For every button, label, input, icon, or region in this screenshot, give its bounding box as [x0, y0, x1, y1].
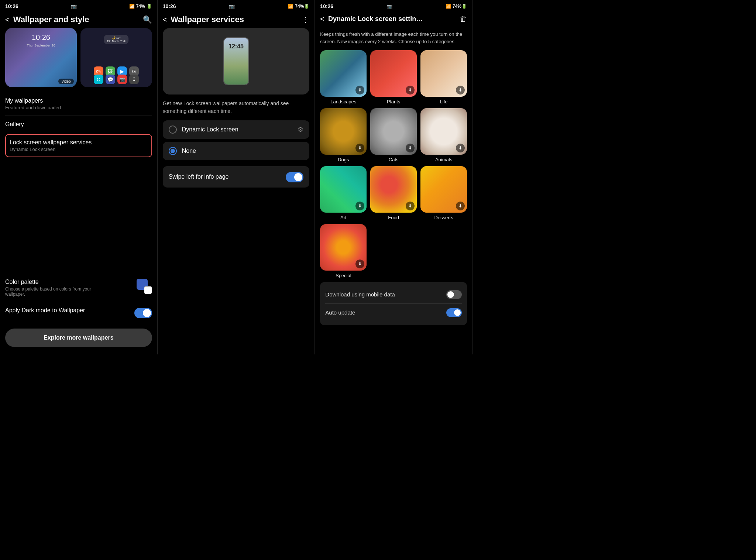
- plants-dl-badge: ⬇: [406, 86, 415, 95]
- category-animals[interactable]: ⬇ Animals: [420, 108, 467, 162]
- weather-loc: 19° North York: [107, 39, 126, 43]
- none-option[interactable]: None: [163, 142, 310, 160]
- app-icons-row2: C 💬 📷 ⠿: [94, 75, 139, 84]
- auto-update-label: Auto update: [325, 309, 355, 316]
- panel-wallpaper-style: 10:26 📷 📶 74% 🔋 < Wallpaper and style 🔍 …: [0, 0, 158, 354]
- mockup-time: 12:45: [228, 43, 244, 50]
- category-cats[interactable]: ⬇ Cats: [370, 108, 417, 162]
- page-title-1: Wallpaper and style: [13, 15, 139, 24]
- back-button-1[interactable]: <: [5, 16, 10, 24]
- color-palette-sub: Choose a palette based on colors from yo…: [5, 286, 101, 297]
- dynamic-lock-screen-option[interactable]: Dynamic Lock screen ⚙: [163, 120, 310, 139]
- cats-thumb: ⬇: [370, 108, 417, 155]
- food-label: Food: [388, 215, 399, 220]
- share-icon-3[interactable]: 🗑: [460, 15, 467, 23]
- dark-mode-info: Apply Dark mode to Wallpaper: [5, 307, 85, 314]
- special-label: Special: [336, 273, 351, 278]
- explore-wallpapers-button[interactable]: Explore more wallpapers: [5, 329, 152, 347]
- dynamic-lock-description: Keeps things fresh with a different imag…: [315, 27, 472, 50]
- wifi-icon-2: 📶: [288, 4, 293, 9]
- top-bar-3: < Dynamic Lock screen settin… 🗑: [315, 12, 472, 27]
- desserts-label: Desserts: [434, 215, 453, 220]
- swipe-toggle[interactable]: [286, 172, 303, 182]
- gallery-item[interactable]: Gallery: [5, 116, 152, 133]
- status-bar-1: 10:26 📷 📶 74% 🔋: [0, 0, 157, 12]
- wifi-icon-3: 📶: [446, 4, 451, 9]
- page-title-2: Wallpaper services: [171, 15, 298, 24]
- search-icon-1[interactable]: 🔍: [143, 15, 152, 24]
- dynamic-lock-radio[interactable]: [169, 126, 177, 134]
- download-settings: Download using mobile data Auto update: [320, 282, 467, 325]
- life-dl-badge: ⬇: [456, 86, 465, 95]
- app-icon-contacts: C: [94, 75, 103, 84]
- home-screen-preview[interactable]: 🌙 19° 19° North York 🛍 🖼 ▶ G C 💬 📷 ⠿: [80, 28, 152, 87]
- my-wallpapers-title: My wallpapers: [5, 97, 152, 104]
- swipe-label: Swipe left for info page: [169, 174, 229, 180]
- special-dl-badge: ⬇: [355, 260, 364, 268]
- download-mobile-toggle[interactable]: [446, 290, 462, 299]
- dynamic-lock-gear-icon[interactable]: ⚙: [298, 126, 303, 134]
- landscapes-dl-badge: ⬇: [355, 86, 364, 95]
- time-2: 10:26: [163, 3, 176, 9]
- desserts-dl-badge: ⬇: [456, 202, 465, 210]
- category-landscapes[interactable]: ⬇ Landscapes: [320, 50, 367, 104]
- back-button-2[interactable]: <: [163, 16, 167, 24]
- dark-mode-toggle[interactable]: [134, 308, 152, 318]
- panel-dynamic-lock-settings: 10:26 📷 📶 74%🔋 < Dynamic Lock screen set…: [315, 0, 472, 354]
- category-special[interactable]: ⬇ Special: [320, 224, 367, 278]
- battery-2: 74%🔋: [295, 4, 309, 9]
- category-plants[interactable]: ⬇ Plants: [370, 50, 417, 104]
- top-bar-2: < Wallpaper services ⋮: [158, 12, 315, 28]
- color-palette-title: Color palette: [5, 279, 101, 285]
- my-wallpapers-item[interactable]: My wallpapers Featured and downloaded: [5, 92, 152, 116]
- category-desserts[interactable]: ⬇ Desserts: [420, 166, 467, 220]
- service-description: Get new Lock screen wallpapers automatic…: [158, 100, 315, 120]
- special-thumb: ⬇: [320, 224, 367, 271]
- preview-date: Thu, September 20: [27, 44, 55, 47]
- none-radio[interactable]: [169, 147, 177, 155]
- more-options-icon[interactable]: ⋮: [302, 15, 309, 24]
- preview-time: 10:26: [32, 33, 50, 42]
- menu-list-1: My wallpapers Featured and downloaded Ga…: [0, 92, 157, 274]
- art-thumb: ⬇: [320, 166, 367, 213]
- phone-mockup-screen: 12:45: [224, 38, 248, 85]
- top-bar-1: < Wallpaper and style 🔍: [0, 12, 157, 28]
- app-icon-apps: ⠿: [129, 75, 139, 84]
- status-icon-1: 📷: [71, 4, 77, 9]
- time-3: 10:26: [320, 3, 333, 9]
- page-title-3: Dynamic Lock screen settin…: [328, 15, 456, 23]
- battery-3: 74%🔋: [453, 4, 467, 9]
- status-bar-3: 10:26 📷 📶 74%🔋: [315, 0, 472, 12]
- life-thumb: ⬇: [420, 50, 467, 97]
- lock-screen-wallpaper-services-item[interactable]: Lock screen wallpaper services Dynamic L…: [5, 134, 152, 157]
- color-palette-preview[interactable]: [137, 279, 152, 294]
- lock-screen-preview[interactable]: 10:26 Thu, September 20 Video: [5, 28, 77, 87]
- none-label: None: [182, 148, 304, 154]
- dogs-dl-badge: ⬇: [355, 144, 364, 152]
- auto-update-toggle[interactable]: [446, 308, 462, 317]
- category-life[interactable]: ⬇ Life: [420, 50, 467, 104]
- status-icon-2: 📷: [229, 4, 235, 9]
- landscapes-thumb: ⬇: [320, 50, 367, 97]
- app-icon-camera: 📷: [117, 75, 127, 84]
- cats-dl-badge: ⬇: [406, 144, 415, 152]
- swipe-info-row: Swipe left for info page: [163, 166, 310, 188]
- phone-mockup: 12:45: [223, 37, 249, 85]
- art-label: Art: [340, 215, 347, 220]
- back-button-3[interactable]: <: [320, 15, 324, 23]
- status-icons-1: 📶 74% 🔋: [129, 4, 152, 9]
- battery-1: 74%: [136, 4, 145, 9]
- status-icon-3: 📷: [386, 4, 392, 9]
- categories-grid: ⬇ Landscapes ⬇ Plants ⬇ Life ⬇: [315, 50, 472, 278]
- download-mobile-label: Download using mobile data: [325, 291, 395, 298]
- my-wallpapers-sub: Featured and downloaded: [5, 105, 152, 110]
- status-icons-3: 📶 74%🔋: [446, 4, 467, 9]
- color-swatch-white: [144, 286, 152, 294]
- category-dogs[interactable]: ⬇ Dogs: [320, 108, 367, 162]
- category-food[interactable]: ⬇ Food: [370, 166, 417, 220]
- category-art[interactable]: ⬇ Art: [320, 166, 367, 220]
- weather-temp: 🌙 19°: [107, 36, 126, 39]
- panel-wallpaper-services: 10:26 📷 📶 74%🔋 < Wallpaper services ⋮ 12…: [158, 0, 315, 354]
- dark-mode-wallpaper-row: Apply Dark mode to Wallpaper: [0, 302, 157, 323]
- auto-update-row: Auto update: [325, 304, 462, 322]
